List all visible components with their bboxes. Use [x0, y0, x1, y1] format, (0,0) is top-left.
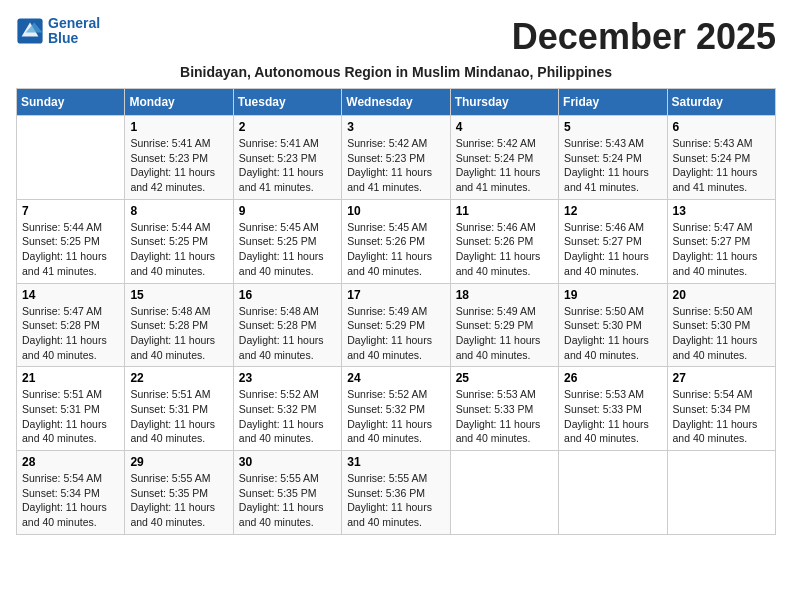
calendar-cell: 28Sunrise: 5:54 AMSunset: 5:34 PMDayligh… [17, 451, 125, 535]
day-number: 12 [564, 204, 661, 218]
calendar-cell: 19Sunrise: 5:50 AMSunset: 5:30 PMDayligh… [559, 283, 667, 367]
calendar-cell: 18Sunrise: 5:49 AMSunset: 5:29 PMDayligh… [450, 283, 558, 367]
day-info: Sunrise: 5:41 AMSunset: 5:23 PMDaylight:… [130, 136, 227, 195]
day-info: Sunrise: 5:43 AMSunset: 5:24 PMDaylight:… [564, 136, 661, 195]
calendar-subtitle: Binidayan, Autonomous Region in Muslim M… [16, 64, 776, 80]
calendar-cell [559, 451, 667, 535]
day-info: Sunrise: 5:44 AMSunset: 5:25 PMDaylight:… [130, 220, 227, 279]
day-info: Sunrise: 5:48 AMSunset: 5:28 PMDaylight:… [239, 304, 336, 363]
day-number: 19 [564, 288, 661, 302]
day-number: 24 [347, 371, 444, 385]
logo-icon [16, 17, 44, 45]
day-number: 27 [673, 371, 770, 385]
day-number: 6 [673, 120, 770, 134]
day-info: Sunrise: 5:44 AMSunset: 5:25 PMDaylight:… [22, 220, 119, 279]
calendar-cell: 29Sunrise: 5:55 AMSunset: 5:35 PMDayligh… [125, 451, 233, 535]
calendar-cell: 2Sunrise: 5:41 AMSunset: 5:23 PMDaylight… [233, 116, 341, 200]
day-info: Sunrise: 5:55 AMSunset: 5:36 PMDaylight:… [347, 471, 444, 530]
day-number: 1 [130, 120, 227, 134]
calendar-cell: 16Sunrise: 5:48 AMSunset: 5:28 PMDayligh… [233, 283, 341, 367]
col-header-tuesday: Tuesday [233, 89, 341, 116]
calendar-cell: 1Sunrise: 5:41 AMSunset: 5:23 PMDaylight… [125, 116, 233, 200]
calendar-cell: 4Sunrise: 5:42 AMSunset: 5:24 PMDaylight… [450, 116, 558, 200]
calendar-table: SundayMondayTuesdayWednesdayThursdayFrid… [16, 88, 776, 535]
day-number: 23 [239, 371, 336, 385]
calendar-cell: 7Sunrise: 5:44 AMSunset: 5:25 PMDaylight… [17, 199, 125, 283]
day-number: 25 [456, 371, 553, 385]
calendar-week-1: 1Sunrise: 5:41 AMSunset: 5:23 PMDaylight… [17, 116, 776, 200]
day-number: 10 [347, 204, 444, 218]
day-number: 31 [347, 455, 444, 469]
day-info: Sunrise: 5:53 AMSunset: 5:33 PMDaylight:… [564, 387, 661, 446]
calendar-cell [17, 116, 125, 200]
calendar-cell: 23Sunrise: 5:52 AMSunset: 5:32 PMDayligh… [233, 367, 341, 451]
day-number: 17 [347, 288, 444, 302]
calendar-cell: 24Sunrise: 5:52 AMSunset: 5:32 PMDayligh… [342, 367, 450, 451]
calendar-cell [450, 451, 558, 535]
calendar-week-5: 28Sunrise: 5:54 AMSunset: 5:34 PMDayligh… [17, 451, 776, 535]
calendar-week-2: 7Sunrise: 5:44 AMSunset: 5:25 PMDaylight… [17, 199, 776, 283]
calendar-cell: 20Sunrise: 5:50 AMSunset: 5:30 PMDayligh… [667, 283, 775, 367]
calendar-cell [667, 451, 775, 535]
logo: General Blue [16, 16, 100, 47]
day-info: Sunrise: 5:45 AMSunset: 5:25 PMDaylight:… [239, 220, 336, 279]
day-info: Sunrise: 5:49 AMSunset: 5:29 PMDaylight:… [347, 304, 444, 363]
day-info: Sunrise: 5:41 AMSunset: 5:23 PMDaylight:… [239, 136, 336, 195]
day-info: Sunrise: 5:54 AMSunset: 5:34 PMDaylight:… [673, 387, 770, 446]
month-title: December 2025 [512, 16, 776, 58]
col-header-monday: Monday [125, 89, 233, 116]
day-info: Sunrise: 5:50 AMSunset: 5:30 PMDaylight:… [564, 304, 661, 363]
calendar-cell: 27Sunrise: 5:54 AMSunset: 5:34 PMDayligh… [667, 367, 775, 451]
day-number: 28 [22, 455, 119, 469]
day-number: 26 [564, 371, 661, 385]
day-info: Sunrise: 5:46 AMSunset: 5:26 PMDaylight:… [456, 220, 553, 279]
day-info: Sunrise: 5:45 AMSunset: 5:26 PMDaylight:… [347, 220, 444, 279]
calendar-cell: 5Sunrise: 5:43 AMSunset: 5:24 PMDaylight… [559, 116, 667, 200]
day-number: 21 [22, 371, 119, 385]
col-header-sunday: Sunday [17, 89, 125, 116]
day-info: Sunrise: 5:55 AMSunset: 5:35 PMDaylight:… [130, 471, 227, 530]
day-info: Sunrise: 5:46 AMSunset: 5:27 PMDaylight:… [564, 220, 661, 279]
calendar-cell: 9Sunrise: 5:45 AMSunset: 5:25 PMDaylight… [233, 199, 341, 283]
calendar-cell: 15Sunrise: 5:48 AMSunset: 5:28 PMDayligh… [125, 283, 233, 367]
day-info: Sunrise: 5:51 AMSunset: 5:31 PMDaylight:… [130, 387, 227, 446]
calendar-cell: 17Sunrise: 5:49 AMSunset: 5:29 PMDayligh… [342, 283, 450, 367]
calendar-cell: 3Sunrise: 5:42 AMSunset: 5:23 PMDaylight… [342, 116, 450, 200]
calendar-cell: 21Sunrise: 5:51 AMSunset: 5:31 PMDayligh… [17, 367, 125, 451]
calendar-cell: 14Sunrise: 5:47 AMSunset: 5:28 PMDayligh… [17, 283, 125, 367]
day-number: 4 [456, 120, 553, 134]
day-info: Sunrise: 5:53 AMSunset: 5:33 PMDaylight:… [456, 387, 553, 446]
calendar-week-3: 14Sunrise: 5:47 AMSunset: 5:28 PMDayligh… [17, 283, 776, 367]
col-header-saturday: Saturday [667, 89, 775, 116]
calendar-cell: 13Sunrise: 5:47 AMSunset: 5:27 PMDayligh… [667, 199, 775, 283]
col-header-thursday: Thursday [450, 89, 558, 116]
logo-text: General Blue [48, 16, 100, 47]
calendar-week-4: 21Sunrise: 5:51 AMSunset: 5:31 PMDayligh… [17, 367, 776, 451]
day-number: 2 [239, 120, 336, 134]
day-info: Sunrise: 5:48 AMSunset: 5:28 PMDaylight:… [130, 304, 227, 363]
day-info: Sunrise: 5:54 AMSunset: 5:34 PMDaylight:… [22, 471, 119, 530]
day-info: Sunrise: 5:42 AMSunset: 5:23 PMDaylight:… [347, 136, 444, 195]
day-info: Sunrise: 5:49 AMSunset: 5:29 PMDaylight:… [456, 304, 553, 363]
day-number: 8 [130, 204, 227, 218]
day-number: 13 [673, 204, 770, 218]
calendar-cell: 30Sunrise: 5:55 AMSunset: 5:35 PMDayligh… [233, 451, 341, 535]
calendar-cell: 8Sunrise: 5:44 AMSunset: 5:25 PMDaylight… [125, 199, 233, 283]
day-info: Sunrise: 5:47 AMSunset: 5:28 PMDaylight:… [22, 304, 119, 363]
day-number: 20 [673, 288, 770, 302]
day-info: Sunrise: 5:42 AMSunset: 5:24 PMDaylight:… [456, 136, 553, 195]
day-info: Sunrise: 5:51 AMSunset: 5:31 PMDaylight:… [22, 387, 119, 446]
day-number: 29 [130, 455, 227, 469]
calendar-cell: 25Sunrise: 5:53 AMSunset: 5:33 PMDayligh… [450, 367, 558, 451]
day-number: 15 [130, 288, 227, 302]
day-number: 9 [239, 204, 336, 218]
calendar-cell: 6Sunrise: 5:43 AMSunset: 5:24 PMDaylight… [667, 116, 775, 200]
calendar-cell: 22Sunrise: 5:51 AMSunset: 5:31 PMDayligh… [125, 367, 233, 451]
day-number: 3 [347, 120, 444, 134]
day-number: 30 [239, 455, 336, 469]
day-number: 5 [564, 120, 661, 134]
col-header-friday: Friday [559, 89, 667, 116]
day-info: Sunrise: 5:50 AMSunset: 5:30 PMDaylight:… [673, 304, 770, 363]
day-info: Sunrise: 5:43 AMSunset: 5:24 PMDaylight:… [673, 136, 770, 195]
day-number: 16 [239, 288, 336, 302]
